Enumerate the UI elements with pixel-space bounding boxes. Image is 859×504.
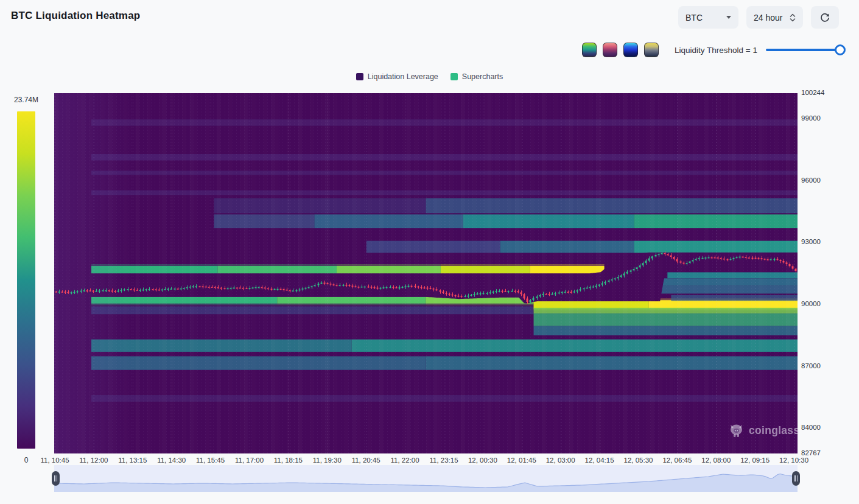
- color-scheme-viridis-button[interactable]: [582, 43, 597, 57]
- colorbar-max-label: 23.74M: [5, 96, 47, 104]
- color-scheme-magma-button[interactable]: [603, 43, 617, 57]
- refresh-icon: [819, 12, 831, 24]
- chart-navigator: [54, 465, 798, 492]
- time-axis-tick: 12, 10:30: [768, 457, 819, 464]
- liquidation-heatmap-canvas[interactable]: [54, 93, 798, 453]
- price-axis-tick: 93000: [801, 238, 821, 245]
- timeframe-select[interactable]: 24 hour: [746, 6, 803, 29]
- legend-item-liquidation-leverage[interactable]: Liquidation Leverage: [356, 72, 438, 81]
- chevron-up-down-icon: [790, 13, 796, 23]
- price-axis-tick: 87000: [801, 362, 821, 369]
- refresh-button[interactable]: [811, 6, 839, 29]
- heatmap-options-row: Liquidity Threshold = 1: [582, 43, 845, 57]
- intensity-colorbar: [17, 111, 35, 449]
- legend-label: Supercharts: [462, 72, 503, 81]
- color-scheme-ocean-button[interactable]: [623, 43, 638, 57]
- symbol-select[interactable]: BTC: [678, 6, 738, 29]
- page-title: BTC Liquidation Heatmap: [11, 10, 140, 22]
- chevron-down-icon: [726, 16, 731, 19]
- top-controls: BTC 24 hour: [678, 6, 839, 29]
- price-axis-tick: 100244: [801, 89, 824, 96]
- chart-legend: Liquidation Leverage Supercharts: [0, 72, 859, 81]
- color-scheme-cividis-button[interactable]: [644, 43, 659, 57]
- price-axis-tick: 82767: [801, 449, 821, 457]
- price-axis-tick: 84000: [801, 424, 821, 431]
- navigator-canvas[interactable]: [54, 465, 798, 492]
- symbol-select-value: BTC: [685, 13, 703, 23]
- price-axis-tick: 99000: [801, 114, 821, 122]
- legend-swatch-purple: [356, 73, 363, 80]
- legend-item-supercharts[interactable]: Supercharts: [451, 72, 503, 81]
- slider-handle[interactable]: [835, 44, 846, 55]
- liquidity-threshold-slider[interactable]: [766, 49, 840, 51]
- liquidity-threshold-label: Liquidity Threshold = 1: [675, 46, 757, 55]
- legend-swatch-green: [451, 73, 458, 80]
- navigator-right-handle[interactable]: [792, 471, 800, 486]
- legend-label: Liquidation Leverage: [368, 72, 438, 81]
- timeframe-select-value: 24 hour: [754, 13, 782, 23]
- price-axis-tick: 96000: [801, 177, 821, 184]
- navigator-left-handle[interactable]: [52, 471, 60, 486]
- price-axis-tick: 90000: [801, 300, 821, 307]
- liquidation-heatmap-page: BTC Liquidation Heatmap BTC 24 hour Liqu…: [0, 0, 859, 504]
